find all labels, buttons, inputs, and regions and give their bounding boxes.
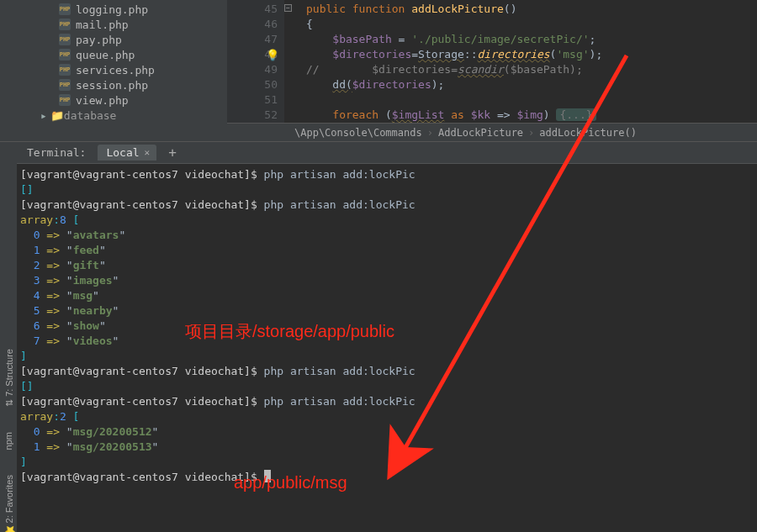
tree-file[interactable]: PHPsession.php (0, 77, 227, 92)
tree-label: queue.php (76, 49, 135, 61)
fold-placeholder[interactable]: {...} (556, 108, 596, 121)
php-icon: PHP (59, 79, 71, 91)
terminal-tabs[interactable]: Terminal: Local✕ + (17, 142, 757, 164)
breadcrumb-seg[interactable]: addLockPicture() (539, 127, 637, 139)
tree-label: mail.php (76, 18, 129, 31)
line-number: 52 (227, 108, 278, 123)
tree-label: pay.php (76, 34, 122, 46)
line-number: 49 (227, 62, 278, 77)
sidebar-tab-npm[interactable]: npm (3, 432, 13, 450)
terminal-panel: ⭐ 2: Favorites npm ⇅ 7: Structure Termin… (0, 142, 757, 532)
line-number: 50 (227, 77, 278, 92)
close-icon[interactable]: ✕ (145, 147, 151, 158)
breadcrumb-seg[interactable]: AddLockPicture (438, 127, 523, 139)
fold-toggle-icon[interactable]: − (284, 4, 292, 12)
tree-file[interactable]: PHPlogging.php (0, 2, 227, 17)
tree-file[interactable]: PHPmail.php (0, 17, 227, 32)
tool-window-bar[interactable]: ⭐ 2: Favorites npm ⇅ 7: Structure (0, 142, 17, 532)
editor-gutter: − 💡 45 46 47 48 49 50 51 52 (227, 0, 284, 123)
php-icon: PHP (59, 64, 71, 76)
tree-label: services.php (76, 64, 155, 76)
tree-file[interactable]: PHPservices.php (0, 62, 227, 77)
chevron-right-icon: › (528, 127, 534, 139)
sidebar-tab-structure[interactable]: ⇅ 7: Structure (3, 349, 14, 407)
php-icon: PHP (59, 3, 71, 15)
tree-file[interactable]: PHPqueue.php (0, 47, 227, 62)
php-icon: PHP (59, 34, 71, 45)
bulb-icon[interactable]: 💡 (266, 48, 279, 63)
terminal-title: Terminal: (27, 146, 86, 159)
php-icon: PHP (59, 18, 71, 30)
tree-label: database (64, 109, 117, 122)
line-number: 47 (227, 32, 278, 47)
line-number: 51 (227, 92, 278, 108)
breadcrumb[interactable]: \App\Console\Commands› AddLockPicture› a… (227, 123, 757, 141)
terminal-body: Terminal: Local✕ + [vagrant@vagrant-cent… (17, 142, 757, 532)
add-terminal-button[interactable]: + (168, 145, 177, 161)
tree-folder[interactable]: ▸📁 database (0, 108, 227, 123)
tree-label: session.php (76, 79, 148, 92)
php-icon: PHP (59, 49, 71, 61)
code-area[interactable]: public function addLockPicture() { $base… (284, 0, 757, 123)
php-icon: PHP (59, 94, 71, 106)
chevron-right-icon: ▸ (40, 109, 47, 122)
project-tree[interactable]: PHPlogging.php PHPmail.php PHPpay.php PH… (0, 0, 227, 141)
tree-file[interactable]: PHPview.php (0, 92, 227, 108)
tree-file[interactable]: PHPpay.php (0, 32, 227, 47)
breadcrumb-seg[interactable]: \App\Console\Commands (294, 127, 422, 139)
tree-label: view.php (76, 94, 129, 107)
line-number: 45 (227, 2, 278, 17)
annotation-text-1: 项目目录/storage/app/public (185, 320, 394, 343)
tree-label: logging.php (76, 3, 148, 16)
terminal-output[interactable]: [vagrant@vagrant-centos7 videochat]$ php… (17, 164, 757, 532)
terminal-tab-label: Local (106, 146, 139, 159)
code-editor[interactable]: − 💡 45 46 47 48 49 50 51 52 public funct… (227, 0, 757, 141)
annotation-text-2: app/public/msg (234, 473, 347, 492)
chevron-right-icon: › (427, 127, 433, 139)
sidebar-tab-favorites[interactable]: ⭐ 2: Favorites (3, 475, 14, 532)
line-number: 46 (227, 17, 278, 32)
ide-window: PHPlogging.php PHPmail.php PHPpay.php PH… (0, 0, 757, 532)
top-split: PHPlogging.php PHPmail.php PHPpay.php PH… (0, 0, 757, 142)
terminal-tab[interactable]: Local✕ (98, 145, 156, 161)
